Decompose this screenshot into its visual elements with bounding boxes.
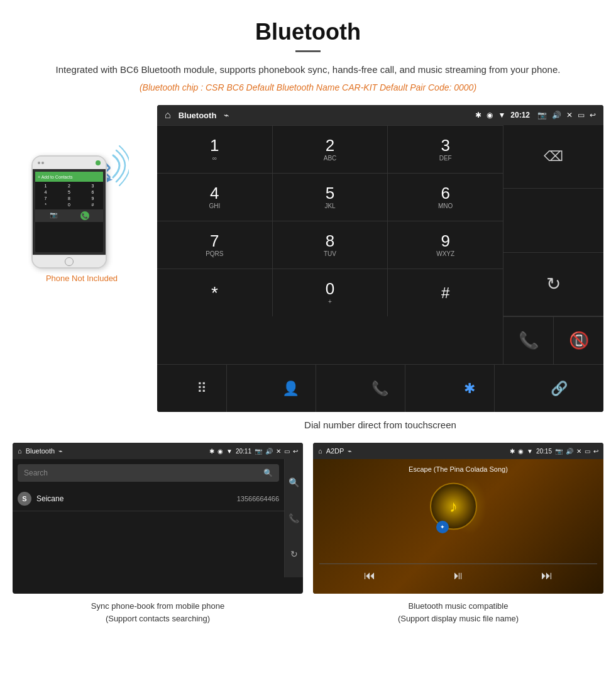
phonebook-title: Bluetooth <box>26 447 55 455</box>
search-placeholder: Search <box>24 469 48 477</box>
status-bar: ⌂ Bluetooth ⌁ ✱ ◉ ▼ 20:12 📷 🔊 ✕ ▭ ↩ <box>157 105 603 125</box>
music-caption: Bluetooth music compatible (Support disp… <box>398 600 519 625</box>
settings-button[interactable]: 🔗 <box>534 365 584 413</box>
dial-key-9[interactable]: 9 WXYZ <box>388 221 503 269</box>
dial-letters-9: WXYZ <box>436 250 454 257</box>
mini-win-icon: ▭ <box>284 448 290 455</box>
phonebook-status-right: ✱ ◉ ▼ 20:11 📷 🔊 ✕ ▭ ↩ <box>209 448 298 455</box>
music-song-title: Escape (The Pina Colada Song) <box>409 465 508 473</box>
mini-cam-icon: 📷 <box>255 448 262 455</box>
dial-key-7[interactable]: 7 PQRS <box>157 221 273 269</box>
dial-num-9: 9 <box>441 233 449 249</box>
redial-button[interactable]: ↻ <box>503 253 603 316</box>
backspace-area[interactable]: ⌫ <box>503 125 603 189</box>
play-pause-button[interactable]: ⏯ <box>453 569 464 582</box>
dial-num-2: 2 <box>326 137 334 153</box>
bottom-screens: ⌂ Bluetooth ⌁ ✱ ◉ ▼ 20:11 📷 🔊 ✕ ▭ ↩ <box>0 443 616 625</box>
phonebook-search[interactable]: Search 🔍 <box>18 464 279 482</box>
dialpad-container: 1 ∞ 2 ABC 3 DEF <box>157 125 603 364</box>
car-screen-dialpad: ⌂ Bluetooth ⌁ ✱ ◉ ▼ 20:12 📷 🔊 ✕ ▭ ↩ <box>157 105 603 412</box>
settings-link-icon: 🔗 <box>551 380 568 397</box>
dial-num-0: 0 <box>326 280 334 297</box>
dial-key-star[interactable]: * <box>157 269 273 316</box>
dial-key-2[interactable]: 2 ABC <box>273 126 388 173</box>
contact-number: 13566664466 <box>237 495 279 503</box>
call-button[interactable]: 📞 <box>503 317 554 364</box>
contacts-button[interactable]: 👤 <box>266 365 316 413</box>
contact-item[interactable]: S Seicane 13566664466 <box>13 487 284 511</box>
phone-dial-row: 4 5 6 <box>36 189 102 195</box>
phone-key-7: 7 <box>36 196 55 201</box>
phone-key-8: 8 <box>60 196 78 201</box>
music-status-bar: ⌂ A2DP ⌁ ✱ ◉ ▼ 20:15 📷 🔊 ✕ ▭ ↩ <box>313 443 603 459</box>
music-home-icon: ⌂ <box>318 447 322 455</box>
dial-key-3[interactable]: 3 DEF <box>388 126 503 173</box>
home-icon: ⌂ <box>165 109 171 121</box>
dialpad-button[interactable]: ⠿ <box>177 365 227 413</box>
dial-key-6[interactable]: 6 MNO <box>388 174 503 221</box>
music-block: ⌂ A2DP ⌁ ✱ ◉ ▼ 20:15 📷 🔊 ✕ ▭ ↩ Escape (T… <box>313 443 603 625</box>
redial-icon: ↻ <box>546 274 561 294</box>
page-title: Bluetooth <box>38 19 578 45</box>
phone-bottom-icons: 📷 📞 <box>35 209 103 222</box>
page-header: Bluetooth Integrated with BC6 Bluetooth … <box>0 0 616 105</box>
pb-call-icon[interactable]: 📞 <box>289 513 299 523</box>
location-icon: ◉ <box>487 111 493 119</box>
mini-bt-icon: ✱ <box>209 448 214 455</box>
prev-track-button[interactable]: ⏮ <box>364 569 375 582</box>
bluetooth-button[interactable]: ✱ <box>444 365 495 413</box>
phone-dial-row: 7 8 9 <box>36 196 102 201</box>
mini-signal-icon: ▼ <box>226 448 233 455</box>
next-track-button[interactable]: ⏭ <box>541 569 553 582</box>
phone-key-1: 1 <box>36 183 55 189</box>
dial-num-1: 1 <box>210 137 219 153</box>
phone-key-6: 6 <box>84 189 102 195</box>
phone-screen: + Add to Contacts 1 2 3 4 5 6 <box>33 169 106 255</box>
right-empty-1 <box>503 189 603 252</box>
dialpad-grid: 1 ∞ 2 ABC 3 DEF <box>157 125 503 364</box>
dial-num-8: 8 <box>326 233 334 249</box>
dial-key-8[interactable]: 8 TUV <box>273 221 388 269</box>
phone-dial-row: * 0 # <box>36 202 102 208</box>
screen-caption: Dial number direct from touchscreen <box>157 419 603 430</box>
dial-key-hash[interactable]: # <box>388 269 503 316</box>
music-close-icon: ✕ <box>576 448 581 455</box>
dial-key-0[interactable]: 0 + <box>273 269 388 316</box>
status-bar-title: Bluetooth <box>179 111 217 120</box>
end-call-button[interactable]: 📵 <box>554 317 603 364</box>
music-signal-icon: ▼ <box>527 448 533 455</box>
phonebook-time: 20:11 <box>236 448 251 455</box>
recent-calls-icon: 📞 <box>371 380 388 397</box>
dial-key-1[interactable]: 1 ∞ <box>157 126 273 173</box>
phone-screen-bar: + Add to Contacts <box>35 172 103 182</box>
dial-letters-6: MNO <box>438 203 453 209</box>
phone-key-4: 4 <box>36 189 55 195</box>
music-bt-badge-icon: ✦ <box>440 524 445 530</box>
phone-area: ✦ <box>13 105 151 283</box>
phonebook-caption: Sync phone-book from mobile phone (Suppo… <box>91 600 224 625</box>
music-status-right: ✱ ◉ ▼ 20:15 📷 🔊 ✕ ▭ ↩ <box>510 448 598 455</box>
music-bt-status-icon: ✱ <box>510 448 515 455</box>
phonebook-caption-line1: Sync phone-book from mobile phone <box>91 601 224 611</box>
phone-mockup: + Add to Contacts 1 2 3 4 5 6 <box>31 155 107 269</box>
mini-loc-icon: ◉ <box>217 448 223 455</box>
action-bar: ⠿ 👤 📞 ✱ 🔗 <box>157 364 603 412</box>
phone-key-9: 9 <box>84 196 102 201</box>
contact-name: Seicane <box>36 494 63 503</box>
recent-calls-button[interactable]: 📞 <box>355 365 405 413</box>
dial-key-4[interactable]: 4 GHI <box>157 174 273 221</box>
music-screen: ⌂ A2DP ⌁ ✱ ◉ ▼ 20:15 📷 🔊 ✕ ▭ ↩ Escape (T… <box>313 443 603 594</box>
mini-back-icon: ↩ <box>293 448 298 455</box>
pb-search-icon[interactable]: 🔍 <box>289 477 299 487</box>
phone-key-2: 2 <box>60 183 78 189</box>
close-icon: ✕ <box>566 111 573 119</box>
volume-icon: 🔊 <box>552 111 561 119</box>
dial-key-5[interactable]: 5 JKL <box>273 174 388 221</box>
phonebook-block: ⌂ Bluetooth ⌁ ✱ ◉ ▼ 20:11 📷 🔊 ✕ ▭ ↩ <box>13 443 303 625</box>
phone-key-star: * <box>36 202 55 208</box>
mini-usb-icon: ⌁ <box>58 447 63 455</box>
phone-key-0: 0 <box>60 202 78 208</box>
phone-screen-inner: + Add to Contacts 1 2 3 4 5 6 <box>35 172 103 252</box>
music-body: Escape (The Pina Colada Song) ♪ ✦ ⏮ ⏯ ⏭ <box>313 459 603 594</box>
pb-refresh-icon[interactable]: ↻ <box>290 549 298 559</box>
